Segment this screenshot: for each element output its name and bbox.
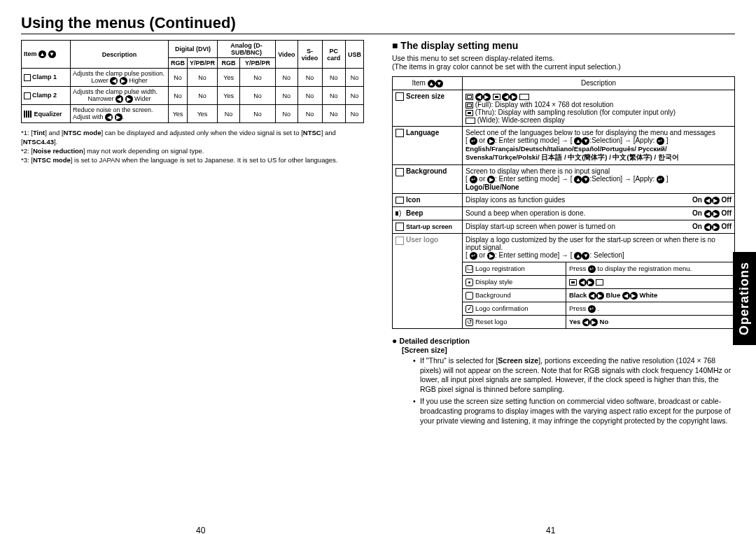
left-icon (110, 77, 118, 85)
table-row: User logo Display a logo customized by t… (393, 234, 735, 329)
center-icon (569, 279, 577, 286)
full-icon (465, 94, 473, 100)
right-icon (590, 318, 598, 326)
right-icon (115, 113, 122, 121)
down-icon (582, 252, 589, 260)
reset-logo-icon (465, 318, 473, 326)
enter-icon (657, 176, 664, 183)
left-icon (105, 113, 113, 121)
display-setting-table: Item Description Screen size (Full): Dis… (392, 76, 735, 329)
table-row: Start-up screen Display start-up screen … (393, 220, 735, 233)
enter-icon (588, 265, 596, 273)
right-icon (587, 279, 594, 286)
up-icon (574, 137, 582, 145)
language-icon (396, 129, 404, 137)
logo-confirmation-icon (465, 305, 473, 313)
userlogo-icon (396, 237, 404, 245)
right-icon (483, 93, 491, 101)
compatibility-table: Item Description Digital (DVI) Analog (D… (21, 40, 364, 123)
left-icon (475, 93, 483, 101)
table-row: Screen size (Full): Display with 1024 × … (393, 90, 735, 126)
display-style-icon (465, 279, 473, 286)
right-icon (712, 197, 720, 204)
wide-icon (465, 118, 475, 124)
up-icon (574, 176, 582, 183)
tile-icon (596, 279, 603, 286)
thru-icon (465, 110, 473, 116)
left-icon (622, 292, 630, 300)
right-icon (125, 95, 133, 103)
enter-icon (470, 252, 477, 260)
enter-icon (470, 176, 477, 183)
right-icon (712, 210, 720, 218)
background-icon (396, 168, 404, 176)
up-icon (38, 50, 46, 58)
table-row: Clamp 2 Adjusts the clamp pulse width. N… (22, 87, 364, 105)
up-icon (428, 80, 435, 87)
background-sub-icon (465, 292, 473, 300)
side-tab-operations: Operations (733, 252, 756, 345)
down-icon (582, 137, 589, 145)
right-icon (712, 223, 720, 231)
screen-size-icon (396, 92, 404, 101)
right-icon (487, 137, 495, 145)
left-icon (579, 279, 587, 286)
table-row: Clamp 1 Adjusts the clamp pulse position… (22, 69, 364, 87)
title-rule (21, 34, 735, 34)
right-icon (596, 292, 604, 300)
left-icon (589, 292, 596, 300)
left-icon (502, 93, 510, 101)
enter-icon (588, 305, 596, 313)
left-icon (704, 197, 712, 204)
intro-text: Use this menu to set screen display-rela… (392, 54, 735, 71)
icon-icon (396, 197, 404, 204)
right-icon (510, 93, 517, 101)
enter-icon (470, 137, 477, 145)
table-row: Icon Display icons as function guides On… (393, 194, 735, 207)
startup-icon (396, 223, 404, 231)
right-icon (487, 176, 495, 183)
left-icon (115, 95, 123, 103)
logo-registration-icon (465, 265, 473, 273)
table-row: Beep Sound a beep when operation is done… (393, 206, 735, 220)
right-icon (630, 292, 638, 300)
down-icon (582, 176, 589, 183)
table-row: Background Screen to display when there … (393, 165, 735, 194)
beep-icon (396, 210, 404, 217)
clamp-icon (24, 74, 31, 81)
up-icon (574, 252, 582, 260)
down-icon (435, 80, 443, 87)
page-title: Using the menus (Continued) (21, 14, 735, 32)
detailed-description: Detailed description [Screen size] If "T… (392, 336, 735, 426)
full-icon (465, 102, 473, 108)
left-icon (704, 210, 712, 218)
left-icon (704, 223, 712, 231)
enter-icon (657, 137, 664, 145)
userlogo-subtable: Logo registration Press to display the r… (463, 262, 734, 328)
down-icon (48, 50, 56, 58)
right-icon (487, 252, 495, 260)
thru-icon (493, 94, 500, 100)
section-heading: The display setting menu (392, 40, 735, 51)
table-row: Equalizer Reduce noise on the screen. Ad… (22, 105, 364, 123)
left-icon (582, 318, 590, 326)
footnotes: *1: [Tint] and [NTSC mode] can be displa… (21, 129, 364, 164)
clamp-icon (24, 92, 31, 99)
wide-icon (519, 94, 529, 100)
equalizer-icon (24, 111, 32, 118)
right-icon (120, 77, 127, 85)
table-row: Language Select one of the languages bel… (393, 126, 735, 164)
